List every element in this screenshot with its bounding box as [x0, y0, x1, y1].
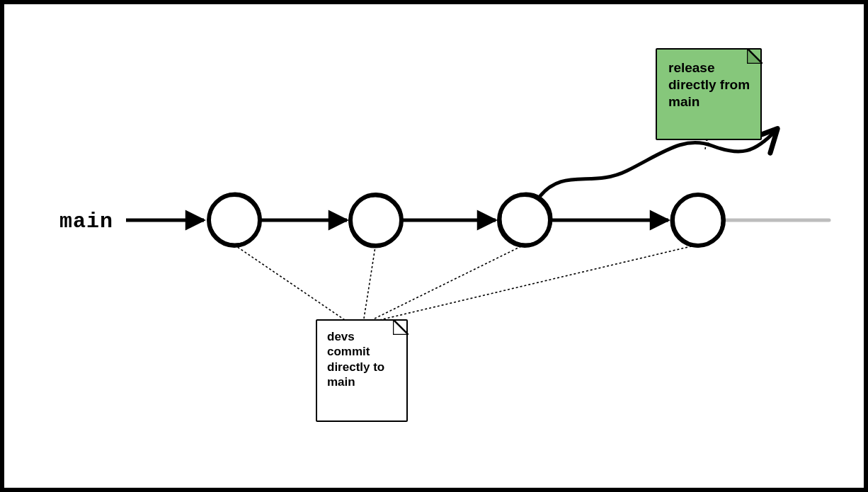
note-release-text: release directly from main: [668, 59, 750, 110]
note-release: release directly from main: [656, 48, 762, 140]
note-devs-commit: devs commit directly to main: [316, 319, 408, 422]
devs-link-c3: [375, 246, 521, 319]
note-devs-text: devs commit directly to main: [327, 329, 396, 389]
branch-label-main: main: [59, 210, 113, 234]
devs-link-c4: [379, 246, 691, 320]
release-curve: [539, 130, 776, 197]
diagram-frame: main devs commit directly to main releas…: [0, 0, 868, 492]
release-link-2: [705, 139, 707, 149]
devs-link-c2: [364, 247, 375, 319]
devs-link-c1: [236, 246, 345, 320]
commit-node-1: [209, 193, 261, 246]
commit-node-3: [499, 193, 552, 246]
commit-node-4: [671, 195, 724, 246]
commit-node-2: [350, 195, 401, 247]
